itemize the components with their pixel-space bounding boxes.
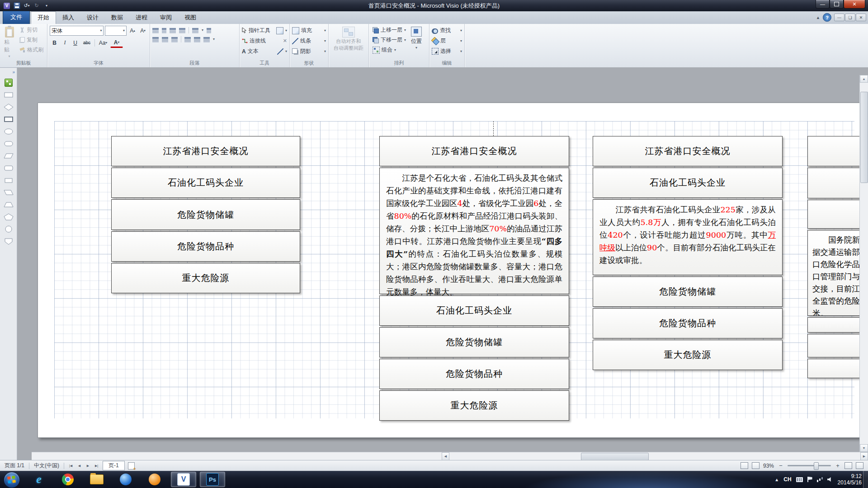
tab-review[interactable]: 审阅	[154, 12, 178, 24]
minimize-button[interactable]: —	[816, 0, 830, 9]
tab-data[interactable]: 数据	[105, 12, 129, 24]
shape-box[interactable]: 危险货物品种	[379, 359, 569, 389]
shadow-button[interactable]: 阴影	[300, 47, 311, 55]
italic-button[interactable]: I	[60, 38, 70, 47]
bring-forward-button[interactable]: 上移一层▾	[371, 26, 407, 34]
shape-box[interactable]: 重大危险源	[111, 263, 300, 293]
taskbar-ie[interactable]: e	[26, 472, 52, 487]
maximize-button[interactable]	[830, 0, 844, 9]
vertical-scrollbar[interactable]: ▲ ▼	[859, 75, 868, 452]
text-tool-button[interactable]: 文本	[248, 47, 259, 55]
text-direction-icon[interactable]	[207, 28, 211, 33]
window-switch-icon[interactable]	[741, 462, 748, 469]
auto-align-button[interactable]: 自动对齐和 自动调整间距	[332, 26, 365, 60]
shape-box[interactable]: 危险货物储罐	[379, 327, 569, 357]
shape-box[interactable]	[807, 168, 868, 198]
keyboard-icon[interactable]	[796, 477, 803, 482]
line-spacing-icon[interactable]	[192, 28, 198, 33]
tray-expand-icon[interactable]: ▲	[774, 477, 779, 482]
pan-zoom-window-icon[interactable]	[752, 462, 760, 469]
shape-thumb-rounded-rectangle[interactable]	[3, 164, 14, 172]
close-button[interactable]: ✕	[844, 0, 865, 9]
doc-close-icon[interactable]: ✕	[856, 14, 866, 21]
align-middle-icon[interactable]	[194, 37, 200, 42]
bold-button[interactable]: B	[50, 38, 59, 47]
connector-button[interactable]: 连接线	[250, 37, 266, 45]
pointer-tool-button[interactable]: 指针工具	[249, 27, 270, 34]
shape-thumb-process[interactable]	[3, 115, 14, 123]
scroll-right-icon[interactable]: ▶	[860, 452, 868, 460]
rectangle-tool-icon[interactable]	[276, 27, 283, 34]
taskbar-visio[interactable]: V	[171, 472, 196, 487]
action-center-icon[interactable]	[807, 477, 812, 482]
align-top-icon[interactable]	[184, 37, 191, 42]
taskbar-chrome[interactable]	[55, 472, 80, 487]
show-desktop-button[interactable]	[863, 471, 868, 488]
collapse-ribbon-icon[interactable]: ▲	[816, 15, 820, 20]
language-indicator[interactable]: 中文(中国)	[29, 462, 64, 469]
drawing-page[interactable]: 江苏省港口安全概况 石油化工码头企业 危险货物储罐 危险货物品种 重大危险源 江…	[38, 103, 866, 438]
zoom-out-icon[interactable]: −	[778, 462, 784, 469]
network-icon[interactable]	[817, 477, 823, 482]
vertical-scroll-thumb[interactable]	[860, 92, 868, 183]
shape-box[interactable]	[807, 200, 868, 229]
cut-button[interactable]: 剪切	[18, 26, 45, 34]
shape-box[interactable]: 重大危险源	[593, 340, 783, 370]
shape-box[interactable]: 危险货物品种	[593, 308, 783, 338]
bullets-icon[interactable]	[152, 28, 159, 33]
paragraph-box[interactable]: 江苏是个石化大省，石油化工码头及其仓储式石化产业的基础支撑和生命线，依托沿江港口…	[379, 168, 569, 294]
start-button[interactable]	[4, 472, 20, 488]
strikethrough-button[interactable]: abc	[81, 38, 93, 47]
copy-button[interactable]: 复制	[18, 36, 45, 44]
paragraph-box[interactable]: 江苏省共有石油化工码头企业225家，涉及从业人员大约5.8万人，拥有专业化石油化…	[593, 199, 783, 275]
group-button[interactable]: 组合▾	[371, 46, 407, 54]
next-page-icon[interactable]: ▶	[84, 462, 92, 469]
taskbar-explorer[interactable]	[84, 472, 109, 487]
shape-thumb-diamond[interactable]	[3, 103, 14, 111]
paste-button[interactable]: 粘贴 ▾	[2, 26, 16, 60]
scroll-down-icon[interactable]: ▼	[860, 444, 868, 452]
freeform-tool-icon[interactable]	[277, 48, 283, 55]
first-page-icon[interactable]: |◀	[67, 462, 75, 469]
send-backward-button[interactable]: 下移一层▾	[371, 36, 407, 44]
prev-page-icon[interactable]: ◀	[75, 462, 83, 469]
shape-thumb-trapezoid[interactable]	[3, 201, 14, 209]
shape-thumb-stadium[interactable]	[3, 140, 14, 148]
align-left-icon[interactable]	[152, 37, 159, 42]
input-language-badge[interactable]: CH	[783, 476, 791, 483]
insert-page-icon[interactable]	[128, 462, 135, 469]
tab-design[interactable]: 设计	[80, 12, 105, 24]
clock[interactable]: 9:12 2014/5/16	[838, 473, 862, 486]
shape-box[interactable]: 江苏省港口安全概况	[593, 136, 783, 166]
shape-box[interactable]: 江苏省港口安全概况	[111, 136, 300, 166]
taskbar-photoshop[interactable]: Ps	[200, 472, 225, 487]
shrink-font-button[interactable]: A▾	[138, 26, 147, 35]
fill-button[interactable]: 填充	[301, 27, 312, 34]
find-button[interactable]: 查找	[440, 27, 451, 34]
line-button[interactable]: 线条	[300, 37, 311, 45]
shape-box[interactable]	[807, 136, 868, 166]
tab-view[interactable]: 视图	[178, 12, 203, 24]
shapes-window-icon[interactable]	[5, 79, 13, 87]
taskbar-browser-orb[interactable]	[113, 472, 138, 487]
fit-page-icon[interactable]	[844, 462, 852, 469]
horizontal-scrollbar[interactable]: ◀ ▶	[32, 452, 868, 460]
shape-box[interactable]: 石油化工码头企业	[593, 168, 783, 198]
shape-thumb-pentagon[interactable]	[3, 213, 14, 221]
undo-icon[interactable]: ↺▾	[23, 2, 30, 9]
paragraph-box[interactable]: 国务院新《据交通运输部和口危险化学品安口管理部门与安交接，目前江苏全监管的危险货…	[807, 230, 868, 316]
tab-process[interactable]: 进程	[129, 12, 154, 24]
help-icon[interactable]: ?	[823, 13, 831, 22]
layers-button[interactable]: 层	[440, 37, 446, 45]
shape-thumb-parallelogram[interactable]	[3, 152, 14, 160]
shape-thumb-rectangle[interactable]	[3, 91, 14, 99]
qat-customize-icon[interactable]: ▾	[43, 2, 50, 9]
zoom-slider-thumb[interactable]	[814, 462, 819, 470]
decrease-indent-icon[interactable]	[170, 28, 176, 33]
grow-font-button[interactable]: A▴	[128, 26, 137, 35]
shape-box[interactable]	[807, 359, 868, 378]
zoom-level[interactable]: 93%	[763, 463, 774, 469]
horizontal-scroll-thumb[interactable]	[581, 453, 649, 460]
shape-thumb-ellipse[interactable]	[3, 127, 14, 136]
volume-icon[interactable]	[827, 477, 833, 482]
